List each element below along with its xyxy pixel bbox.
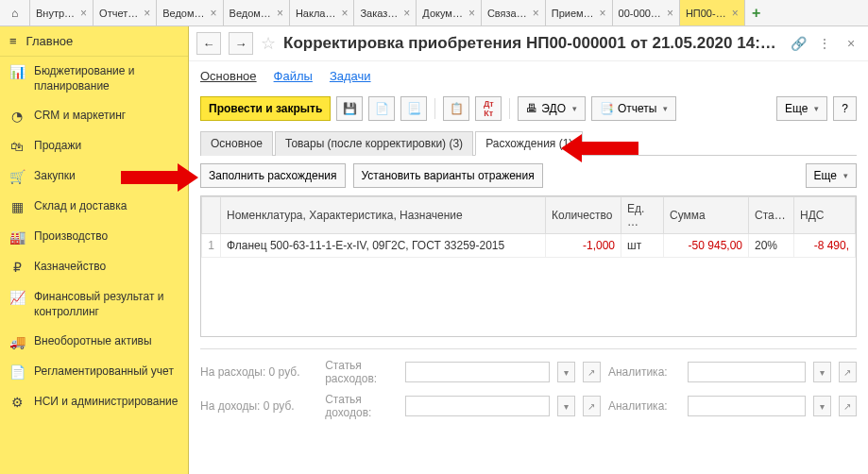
sub-more-button[interactable]: Еще xyxy=(806,163,857,188)
analytics-inc-label: Аналитика: xyxy=(608,399,680,413)
sidebar-item-label: Внеоборотные активы xyxy=(34,334,179,349)
gear-icon: ⚙ xyxy=(9,395,25,410)
fill-diff-button[interactable]: Заполнить расхождения xyxy=(200,163,346,188)
col-qty[interactable]: Количество xyxy=(546,197,621,234)
print-list-icon: 📋 xyxy=(450,102,464,115)
app-tab[interactable]: Отчет…× xyxy=(94,0,157,25)
sidebar-item[interactable]: ⚙НСИ и администрирование xyxy=(0,387,188,417)
article-exp-dd[interactable]: ▾ xyxy=(557,362,575,382)
help-button[interactable]: ? xyxy=(833,96,857,121)
close-icon[interactable]: × xyxy=(403,7,410,20)
edo-button[interactable]: 🖶ЭДО xyxy=(518,96,586,121)
cell-unit: шт xyxy=(621,234,664,258)
print-button[interactable]: 📋 xyxy=(443,96,469,121)
post-close-button[interactable]: Провести и закрыть xyxy=(200,96,331,121)
sidebar-item[interactable]: 📊Бюджетирование и планирование xyxy=(0,57,188,101)
section-tasks[interactable]: Задачи xyxy=(330,69,371,83)
favorite-icon[interactable]: ☆ xyxy=(261,33,276,54)
app-tab[interactable]: Докум…× xyxy=(417,0,482,25)
sidebar-main-label: Главное xyxy=(26,34,74,48)
close-icon[interactable]: × xyxy=(80,7,87,20)
col-sum[interactable]: Сумма xyxy=(664,197,749,234)
sidebar-item[interactable]: ◔CRM и маркетинг xyxy=(0,101,188,131)
sidebar-item[interactable]: 📈Финансовый результат и контроллинг xyxy=(0,282,188,327)
section-main[interactable]: Основное xyxy=(200,69,257,83)
link-icon[interactable]: 🔗 xyxy=(789,34,808,53)
close-doc-icon[interactable]: × xyxy=(842,34,860,53)
analytics-inc-open[interactable]: ↗ xyxy=(839,396,857,416)
analytics-exp-dd[interactable]: ▾ xyxy=(813,362,831,382)
close-icon[interactable]: × xyxy=(732,7,739,20)
sidebar-main[interactable]: ≡ Главное xyxy=(0,26,188,57)
sub-toolbar: Заполнить расхождения Установить вариант… xyxy=(189,156,868,195)
app-tab[interactable]: Накла…× xyxy=(290,0,355,25)
close-icon[interactable]: × xyxy=(341,7,348,20)
dtkt-button[interactable]: ДтКт xyxy=(475,96,502,121)
close-icon[interactable]: × xyxy=(468,7,475,20)
app-tab[interactable]: Прием…× xyxy=(546,0,613,25)
set-variants-button[interactable]: Установить варианты отражения xyxy=(353,163,543,188)
tab-label: Прием… xyxy=(552,8,594,19)
unpost-button[interactable]: 📃 xyxy=(400,96,427,121)
tab-main[interactable]: Основное xyxy=(200,131,273,156)
annotation-arrow-1 xyxy=(121,166,198,189)
app-tab[interactable]: Ведом…× xyxy=(224,0,290,25)
save-button[interactable]: 💾 xyxy=(336,96,363,121)
close-icon[interactable]: × xyxy=(667,7,673,20)
more-button[interactable]: Еще xyxy=(776,96,827,121)
article-inc-open[interactable]: ↗ xyxy=(583,396,601,416)
col-vat[interactable]: НДС xyxy=(794,197,856,234)
save-icon: 💾 xyxy=(343,102,357,115)
analytics-inc-input[interactable] xyxy=(688,396,805,416)
close-icon[interactable]: × xyxy=(533,7,539,20)
nav-back-button[interactable]: ← xyxy=(196,32,221,55)
col-rate[interactable]: Ста… xyxy=(749,197,794,234)
col-unit[interactable]: Ед. … xyxy=(621,197,664,234)
table-row[interactable]: 1Фланец 500-63-11-1-E-x-IV, 09Г2С, ГОСТ … xyxy=(202,234,856,258)
section-links: Основное Файлы Задачи xyxy=(189,61,868,91)
article-exp-open[interactable]: ↗ xyxy=(583,362,601,382)
more-dots-icon[interactable]: ⋮ xyxy=(815,34,834,53)
bag-icon: 🛍 xyxy=(9,139,25,154)
close-icon[interactable]: × xyxy=(211,7,217,20)
article-inc-dd[interactable]: ▾ xyxy=(557,396,575,416)
tab-label: Связа… xyxy=(487,8,527,19)
cell-qty: -1,000 xyxy=(546,234,621,258)
analytics-exp-input[interactable] xyxy=(688,362,805,382)
reports-button[interactable]: 📑Отчеты xyxy=(591,96,676,121)
sidebar-item[interactable]: 🏭Производство xyxy=(0,222,188,252)
article-inc-input[interactable] xyxy=(405,396,550,416)
sidebar-item-label: Производство xyxy=(34,229,179,245)
close-icon[interactable]: × xyxy=(144,7,150,20)
app-tab[interactable]: Внутр…× xyxy=(30,0,94,25)
app-tab[interactable]: Ведом…× xyxy=(157,0,223,25)
post-button[interactable]: 📄 xyxy=(368,96,395,121)
close-icon[interactable]: × xyxy=(600,7,606,20)
diff-table[interactable]: Номенклатура, Характеристика, Назначение… xyxy=(200,195,857,337)
col-nomenclature[interactable]: Номенклатура, Характеристика, Назначение xyxy=(221,197,546,234)
sidebar-item[interactable]: 🛍Продажи xyxy=(0,131,188,161)
new-tab-button[interactable]: + xyxy=(745,0,768,25)
section-files[interactable]: Файлы xyxy=(274,69,313,83)
app-tab[interactable]: 00-000…× xyxy=(613,0,680,25)
sidebar-item-label: Склад и доставка xyxy=(34,199,179,214)
sidebar-item[interactable]: 🚚Внеоборотные активы xyxy=(0,327,188,357)
tab-label: Накла… xyxy=(296,8,336,19)
unpost-icon: 📃 xyxy=(407,102,421,115)
app-tab[interactable]: НП00-…× xyxy=(680,0,745,25)
sidebar-item[interactable]: ₽Казначейство xyxy=(0,252,188,282)
app-tab[interactable]: Связа…× xyxy=(482,0,546,25)
sidebar-item[interactable]: 📄Регламентированный учет xyxy=(0,357,188,387)
sidebar-item[interactable]: ▦Склад и доставка xyxy=(0,192,188,222)
analytics-exp-open[interactable]: ↗ xyxy=(839,362,857,382)
nav-fwd-button[interactable]: → xyxy=(229,32,253,55)
analytics-inc-dd[interactable]: ▾ xyxy=(813,396,831,416)
article-exp-input[interactable] xyxy=(405,362,550,382)
home-icon: ⌂ xyxy=(11,7,18,20)
app-tab[interactable]: Заказ…× xyxy=(354,0,417,25)
close-icon[interactable]: × xyxy=(277,7,283,20)
home-tab[interactable]: ⌂ xyxy=(0,0,30,25)
sidebar-item-label: Казначейство xyxy=(34,260,179,275)
tab-goods[interactable]: Товары (после корректировки) (3) xyxy=(275,131,473,156)
toolbar: Провести и закрыть 💾 📄 📃 📋 ДтКт 🖶ЭДО 📑От… xyxy=(189,91,868,127)
